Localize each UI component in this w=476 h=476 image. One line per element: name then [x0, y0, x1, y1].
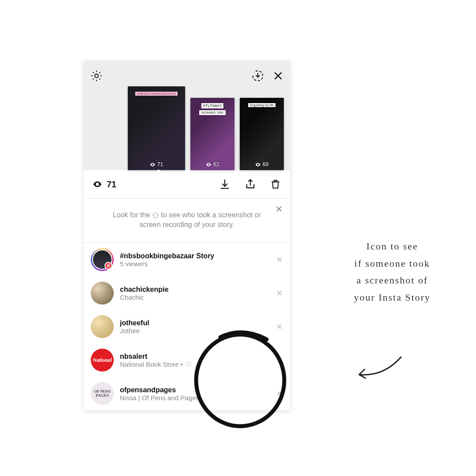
thumb-viewcount: 71	[150, 161, 163, 167]
viewer-name: nbsalert	[120, 353, 270, 361]
list-item[interactable]: OF PENS PAGES ofpensandpages Nissa | Of …	[84, 377, 290, 410]
share-icon[interactable]	[244, 178, 257, 190]
remove-viewer-icon[interactable]	[276, 357, 283, 364]
burst-icon	[186, 361, 192, 367]
viewer-sub: Jothee	[120, 327, 270, 335]
remove-viewer-icon[interactable]	[276, 323, 283, 330]
story-strip: #NBSBOOKBINGEBAZAAR 71 #TLTIWAY SIGNING …	[84, 61, 290, 170]
viewer-sub: Nissa | Of Pens and Pages	[120, 394, 270, 402]
download-icon[interactable]	[219, 178, 231, 190]
avatar	[91, 282, 114, 305]
view-count: 71	[93, 179, 214, 190]
story-viewers-panel: #NBSBOOKBINGEBAZAAR 71 #TLTIWAY SIGNING …	[84, 61, 290, 410]
thumb-subtag: SIGNING DAY	[199, 110, 226, 115]
avatar	[91, 315, 114, 338]
burst-icon	[152, 212, 159, 219]
story-actions-bar: 71	[84, 170, 290, 199]
list-item[interactable]: National nbsalert National Book Store •	[84, 343, 290, 377]
thumb-tag: #TLTIWAY	[201, 103, 223, 108]
viewer-sub: Chachic	[120, 294, 270, 301]
annotation-caption: Icon to see if someone took a screenshot…	[324, 238, 461, 306]
story-thumb-2[interactable]: #TLTIWAY SIGNING DAY 62	[190, 98, 234, 170]
avatar: #	[91, 248, 114, 271]
viewer-name: chachickenpie	[120, 286, 270, 294]
avatar: National	[91, 349, 114, 372]
viewer-name: #nbsbookbingebazaar Story	[120, 252, 270, 260]
story-thumbnails: #NBSBOOKBINGEBAZAAR 71 #TLTIWAY SIGNING …	[84, 86, 290, 170]
viewer-sub: 5 viewers	[120, 260, 270, 268]
thumb-viewcount: 69	[255, 161, 268, 167]
dismiss-hint-icon[interactable]	[275, 205, 283, 213]
remove-viewer-icon[interactable]	[276, 390, 283, 397]
hint-text-before: Look for the	[113, 211, 152, 219]
remove-viewer-icon[interactable]	[276, 256, 283, 263]
save-all-icon[interactable]	[251, 69, 264, 82]
viewer-sub: National Book Store •	[120, 361, 270, 368]
screenshot-hint: Look for the to see who took a screensho…	[84, 199, 290, 243]
close-icon[interactable]	[272, 70, 284, 82]
annotation-arrow	[353, 353, 405, 383]
remove-viewer-icon[interactable]	[276, 290, 283, 297]
viewers-list: # #nbsbookbingebazaar Story 5 viewers ch…	[84, 243, 290, 410]
selected-pointer	[153, 169, 164, 175]
list-item[interactable]: # #nbsbookbingebazaar Story 5 viewers	[84, 243, 290, 276]
thumb-tag: #NBSBOOKBINGEBAZAAR	[135, 92, 178, 96]
list-item[interactable]: chachickenpie Chachic	[84, 276, 290, 310]
thumb-viewcount: 62	[206, 161, 219, 167]
viewer-name: jotheeful	[120, 319, 270, 327]
avatar: OF PENS PAGES	[91, 382, 114, 405]
settings-icon[interactable]	[90, 69, 103, 82]
list-item[interactable]: jotheeful Jothee	[84, 310, 290, 343]
story-thumb-3[interactable]: Engraving my life 69	[240, 98, 284, 170]
svg-point-0	[95, 74, 98, 78]
viewer-name: ofpensandpages	[120, 386, 270, 394]
trash-icon[interactable]	[270, 178, 281, 190]
story-thumb-1[interactable]: #NBSBOOKBINGEBAZAAR 71	[128, 86, 185, 170]
thumb-tag: Engraving my life	[248, 103, 275, 107]
